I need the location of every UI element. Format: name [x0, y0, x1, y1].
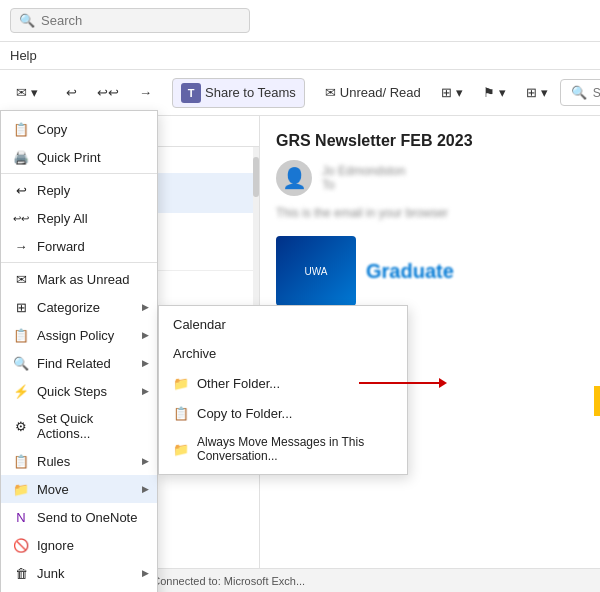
- flag-icon: ⚑: [483, 85, 495, 100]
- menu-forward-label: Forward: [37, 239, 85, 254]
- unread-read-button[interactable]: ✉ Unread/ Read: [317, 81, 429, 104]
- rules-icon: 📋: [13, 453, 29, 469]
- submenu-archive[interactable]: Archive: [159, 339, 407, 368]
- teams-icon: T: [181, 83, 201, 103]
- search-people-box[interactable]: 🔍: [560, 79, 600, 106]
- menu-item-reply[interactable]: ↩ Reply: [1, 176, 157, 204]
- menu-ignore-label: Ignore: [37, 538, 74, 553]
- reply-icon: ↩: [13, 182, 29, 198]
- email-preview-body: This is the email in your browser: [276, 206, 584, 220]
- submenu-calendar-label: Calendar: [173, 317, 226, 332]
- junk-icon: 🗑: [13, 565, 29, 581]
- menu-item-copy[interactable]: 📋 Copy: [1, 115, 157, 143]
- menu-assign-policy-label: Assign Policy: [37, 328, 114, 343]
- undo-button[interactable]: ↩: [58, 81, 85, 104]
- title-search-input[interactable]: [41, 13, 241, 28]
- search-icon: 🔍: [19, 13, 35, 28]
- title-search-box[interactable]: 🔍: [10, 8, 250, 33]
- logo-area: UWA Graduate: [276, 236, 584, 306]
- other-folder-icon: 📁: [173, 375, 189, 391]
- grad-text: Graduate: [366, 260, 454, 283]
- search-people-icon: 🔍: [571, 85, 587, 100]
- quick-steps-icon: ⚡: [13, 383, 29, 399]
- menu-set-quick-actions-label: Set Quick Actions...: [37, 411, 145, 441]
- menu-item-junk[interactable]: 🗑 Junk: [1, 559, 157, 587]
- email-preview-sender: 👤 Jo Edmondston To: [276, 160, 584, 196]
- forward-button[interactable]: →: [131, 81, 160, 104]
- move-submenu: Calendar Archive 📁 Other Folder... 📋 Cop…: [158, 305, 408, 475]
- menu-quick-print-label: Quick Print: [37, 150, 101, 165]
- help-label: Help: [10, 48, 37, 63]
- back-button[interactable]: ↩↩: [89, 81, 127, 104]
- unread-read-label: Unread/ Read: [340, 85, 421, 100]
- menu-item-rules[interactable]: 📋 Rules: [1, 447, 157, 475]
- flag-button[interactable]: ⚑ ▾: [475, 81, 514, 104]
- copy-to-folder-icon: 📋: [173, 405, 189, 421]
- submenu-always-move[interactable]: 📁 Always Move Messages in This Conversat…: [159, 428, 407, 470]
- context-menu: 📋 Copy 🖨️ Quick Print ↩ Reply ↩↩ Reply A…: [0, 110, 158, 592]
- share-teams-button[interactable]: T Share to Teams: [172, 78, 305, 108]
- submenu-calendar[interactable]: Calendar: [159, 310, 407, 339]
- view-icon: ⊞: [526, 85, 537, 100]
- print-icon: 🖨️: [13, 149, 29, 165]
- arrowhead-right: [439, 378, 447, 388]
- sender-avatar: 👤: [276, 160, 312, 196]
- menu-item-send-to-onenote[interactable]: N Send to OneNote: [1, 503, 157, 531]
- sender-name: Jo Edmondston: [322, 164, 405, 178]
- arrow-indicator: [359, 378, 447, 388]
- menu-rules-label: Rules: [37, 454, 70, 469]
- menu-reply-all-label: Reply All: [37, 211, 88, 226]
- submenu-copy-to-folder[interactable]: 📋 Copy to Folder...: [159, 398, 407, 428]
- arrow-line: [359, 382, 439, 384]
- move-icon: 📁: [13, 481, 29, 497]
- help-bar: Help: [0, 42, 600, 70]
- onenote-icon: N: [13, 509, 29, 525]
- menu-item-quick-print[interactable]: 🖨️ Quick Print: [1, 143, 157, 171]
- apps-icon: ⊞: [441, 85, 452, 100]
- menu-item-delete[interactable]: 🗑 Delete: [1, 587, 157, 592]
- new-email-icon: ✉: [16, 85, 27, 100]
- forward-icon: →: [139, 85, 152, 100]
- scroll-thumb: [253, 157, 259, 197]
- new-email-button[interactable]: ✉ ▾: [8, 81, 46, 104]
- back-icon: ↩↩: [97, 85, 119, 100]
- categorize-icon: ⊞: [13, 299, 29, 315]
- view-chevron: ▾: [541, 85, 548, 100]
- mark-unread-icon: ✉: [13, 271, 29, 287]
- copy-icon: 📋: [13, 121, 29, 137]
- menu-separator-2: [1, 262, 157, 263]
- submenu-archive-label: Archive: [173, 346, 216, 361]
- apps-button[interactable]: ⊞ ▾: [433, 81, 471, 104]
- menu-item-find-related[interactable]: 🔍 Find Related: [1, 349, 157, 377]
- menu-find-related-label: Find Related: [37, 356, 111, 371]
- menu-item-categorize[interactable]: ⊞ Categorize: [1, 293, 157, 321]
- university-logo: UWA: [276, 236, 356, 306]
- view-button[interactable]: ⊞ ▾: [518, 81, 556, 104]
- menu-copy-label: Copy: [37, 122, 67, 137]
- menu-item-mark-unread[interactable]: ✉ Mark as Unread: [1, 265, 157, 293]
- submenu-copy-to-folder-label: Copy to Folder...: [197, 406, 292, 421]
- status-right: Connected to: Microsoft Exch...: [152, 575, 305, 587]
- menu-item-reply-all[interactable]: ↩↩ Reply All: [1, 204, 157, 232]
- email-preview-title: GRS Newsletter FEB 2023: [276, 132, 584, 150]
- menu-mark-unread-label: Mark as Unread: [37, 272, 129, 287]
- share-teams-label: Share to Teams: [205, 85, 296, 100]
- submenu-other-folder-label: Other Folder...: [197, 376, 280, 391]
- menu-categorize-label: Categorize: [37, 300, 100, 315]
- menu-item-forward[interactable]: → Forward: [1, 232, 157, 260]
- menu-item-ignore[interactable]: 🚫 Ignore: [1, 531, 157, 559]
- title-bar: 🔍: [0, 0, 600, 42]
- menu-item-assign-policy[interactable]: 📋 Assign Policy: [1, 321, 157, 349]
- menu-junk-label: Junk: [37, 566, 64, 581]
- envelope-icon: ✉: [325, 85, 336, 100]
- menu-reply-label: Reply: [37, 183, 70, 198]
- menu-separator-1: [1, 173, 157, 174]
- menu-item-quick-steps[interactable]: ⚡ Quick Steps: [1, 377, 157, 405]
- always-move-icon: 📁: [173, 441, 189, 457]
- undo-icon: ↩: [66, 85, 77, 100]
- submenu-other-folder[interactable]: 📁 Other Folder...: [159, 368, 407, 398]
- assign-policy-icon: 📋: [13, 327, 29, 343]
- menu-item-move[interactable]: 📁 Move: [1, 475, 157, 503]
- search-people-input[interactable]: [593, 86, 600, 100]
- menu-item-set-quick-actions[interactable]: ⚙ Set Quick Actions...: [1, 405, 157, 447]
